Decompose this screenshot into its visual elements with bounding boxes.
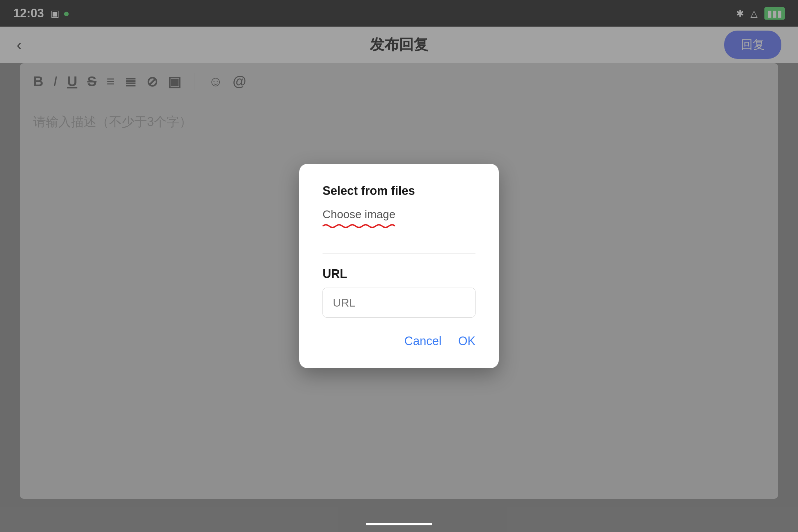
image-dialog: Select from files Choose image URL Cance… [299, 164, 499, 368]
dialog-actions: Cancel OK [323, 334, 475, 348]
home-indicator [366, 523, 432, 525]
red-underline-svg [323, 223, 395, 229]
ok-button[interactable]: OK [458, 334, 475, 348]
choose-image-link[interactable]: Choose image [323, 208, 395, 221]
url-input[interactable] [323, 288, 475, 318]
dialog-section-title: Select from files [323, 184, 475, 198]
dialog-divider [323, 253, 475, 254]
cancel-button[interactable]: Cancel [404, 334, 441, 348]
url-label: URL [323, 267, 475, 281]
